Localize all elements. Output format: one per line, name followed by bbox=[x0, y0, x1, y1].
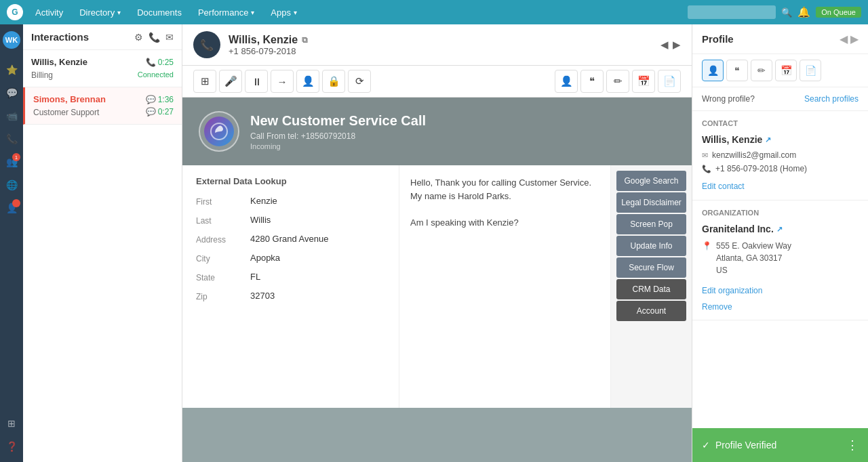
sidebar-phone[interactable]: 📞 bbox=[1, 129, 22, 149]
interaction-sub-simons: Customer Support bbox=[33, 108, 99, 117]
toolbar-quote-btn[interactable]: ❝ bbox=[580, 70, 604, 93]
sidebar-video[interactable]: 📹 bbox=[1, 106, 22, 126]
sidebar-grid[interactable]: ⊞ bbox=[1, 413, 22, 434]
toolbar-edit-btn[interactable]: ✏ bbox=[606, 70, 629, 93]
call-icon-circle bbox=[199, 111, 239, 152]
sidebar-chat[interactable]: 💬 bbox=[1, 83, 22, 103]
nav-directory[interactable]: Directory ▾ bbox=[73, 5, 127, 20]
sidebar-users-plus[interactable]: 👤 bbox=[1, 198, 22, 218]
account-button[interactable]: Account bbox=[616, 301, 686, 321]
nav-documents[interactable]: Documents bbox=[130, 5, 189, 20]
nav-forward-icon[interactable]: ▶ bbox=[673, 39, 681, 51]
org-city-state: Atlanta, GA 30317 bbox=[716, 252, 791, 264]
call-banner: New Customer Service Call Call From tel:… bbox=[182, 98, 692, 165]
crm-data-button[interactable]: CRM Data bbox=[616, 279, 686, 299]
sidebar-badge: 1 bbox=[12, 153, 20, 161]
search-icon[interactable]: 🔍 bbox=[781, 7, 792, 18]
center-content: 📞 Willis, Kenzie ⧉ +1 856-079-2018 ◀ ▶ ⊞… bbox=[182, 24, 692, 462]
toolbar-mute-btn[interactable]: 🎤 bbox=[219, 70, 242, 93]
ext-label-state: State bbox=[196, 272, 237, 282]
toolbar-calendar-btn[interactable]: 📅 bbox=[632, 70, 655, 93]
notification-icon[interactable]: 🔔 bbox=[797, 6, 810, 18]
ext-label-address: Address bbox=[196, 234, 237, 245]
profile-nav-back[interactable]: ◀ bbox=[840, 33, 848, 45]
toolbar-refresh-btn[interactable]: ⟳ bbox=[348, 70, 371, 93]
profile-tab-quote[interactable]: ❝ bbox=[726, 60, 748, 81]
ext-field-state: State FL bbox=[196, 272, 385, 282]
profile-verified-text: Profile Verified bbox=[715, 440, 776, 450]
chat-icon: 💬 bbox=[146, 95, 156, 104]
profile-tab-doc[interactable]: 📄 bbox=[800, 60, 821, 81]
interaction-timer-willis: 📞 0:25 bbox=[146, 58, 174, 67]
toolbar-profile-btn[interactable]: 👤 bbox=[555, 70, 578, 93]
interactions-panel: Interactions ⚙ 📞 ✉ Willis, Kenzie 📞 0:25… bbox=[23, 24, 182, 462]
toolbar-secure-btn[interactable]: 🔒 bbox=[322, 70, 345, 93]
toolbar-transfer-btn[interactable]: → bbox=[271, 70, 294, 93]
nav-back-icon[interactable]: ◀ bbox=[660, 39, 669, 51]
nav-items: Activity Directory ▾ Documents Performan… bbox=[28, 5, 304, 20]
remove-org-link[interactable]: Remove bbox=[702, 302, 859, 312]
ext-label-city: City bbox=[196, 253, 237, 264]
contact-external-link-icon[interactable]: ↗ bbox=[765, 135, 771, 144]
interaction-simons[interactable]: Simons, Brennan 💬 1:36 Customer Support … bbox=[23, 87, 182, 125]
edit-org-link[interactable]: Edit organization bbox=[702, 286, 859, 295]
queue-status-badge: On Queue bbox=[816, 7, 861, 18]
call-toolbar: ⊞ 🎤 ⏸ → 👤 🔒 ⟳ 👤 ❝ ✏ 📅 📄 bbox=[182, 66, 692, 98]
toolbar-hold-btn[interactable]: ⏸ bbox=[245, 70, 268, 93]
interactions-header: Interactions ⚙ 📞 ✉ bbox=[23, 24, 182, 50]
settings-icon[interactable]: ⚙ bbox=[134, 32, 143, 43]
sidebar-help[interactable]: ❓ bbox=[1, 436, 22, 457]
copy-icon[interactable]: ⧉ bbox=[302, 35, 308, 45]
ext-field-zip: Zip 32703 bbox=[196, 291, 385, 301]
wrong-profile-text: Wrong profile? bbox=[702, 94, 755, 104]
data-area: External Data Lookup First Kenzie Last W… bbox=[182, 165, 692, 408]
global-search-input[interactable] bbox=[688, 5, 776, 19]
org-external-link-icon[interactable]: ↗ bbox=[776, 225, 783, 234]
profile-nav-forward[interactable]: ▶ bbox=[850, 33, 859, 45]
profile-tab-contact[interactable]: 👤 bbox=[702, 60, 724, 81]
sidebar-star[interactable]: ⭐ bbox=[1, 60, 22, 80]
footer-menu-icon[interactable]: ⋮ bbox=[846, 438, 859, 453]
chat-message: Hello, Thank you for calling Customer Se… bbox=[410, 176, 599, 229]
toolbar-doc-btn[interactable]: 📄 bbox=[658, 70, 681, 93]
search-profiles-link[interactable]: Search profiles bbox=[804, 94, 859, 104]
ext-label-zip: Zip bbox=[196, 291, 237, 301]
phone-icon[interactable]: 📞 bbox=[149, 32, 160, 43]
top-nav-right: 🔍 🔔 On Queue bbox=[688, 5, 861, 19]
interactions-icons: ⚙ 📞 ✉ bbox=[134, 32, 174, 43]
profile-nav: ◀ ▶ bbox=[840, 33, 859, 45]
toolbar-right: 👤 ❝ ✏ 📅 📄 bbox=[555, 70, 681, 93]
external-data-lookup: External Data Lookup First Kenzie Last W… bbox=[182, 165, 399, 408]
profile-tab-edit[interactable]: ✏ bbox=[751, 60, 772, 81]
call-header-right-icons: ◀ ▶ bbox=[660, 39, 681, 51]
nav-performance[interactable]: Performance ▾ bbox=[191, 5, 261, 20]
call-brand-icon bbox=[210, 122, 229, 141]
contact-email: ✉ kenzwillis2@gmail.com bbox=[702, 150, 859, 160]
profile-tab-calendar[interactable]: 📅 bbox=[775, 60, 797, 81]
toolbar-grid-btn[interactable]: ⊞ bbox=[193, 70, 216, 93]
profile-title: Profile bbox=[702, 33, 734, 45]
secure-flow-button[interactable]: Secure Flow bbox=[616, 257, 686, 278]
contact-phone: 📞 +1 856-079-2018 (Home) bbox=[702, 164, 859, 173]
sidebar-users-badge bbox=[12, 199, 20, 207]
main-container: WK ⭐ 💬 📹 📞 👥 1 🌐 👤 ⊞ ❓ Interactions ⚙ 📞 … bbox=[0, 24, 868, 462]
email-icon[interactable]: ✉ bbox=[165, 32, 174, 43]
ext-label-first: First bbox=[196, 196, 237, 207]
nav-apps[interactable]: Apps ▾ bbox=[264, 5, 304, 20]
sidebar-globe[interactable]: 🌐 bbox=[1, 175, 22, 195]
profile-tabs: 👤 ❝ ✏ 📅 📄 bbox=[692, 54, 868, 87]
interaction-willis[interactable]: Willis, Kenzie 📞 0:25 Billing Connected bbox=[23, 50, 182, 87]
verified-checkmark-icon: ✓ bbox=[702, 440, 710, 450]
toolbar-add-participant-btn[interactable]: 👤 bbox=[296, 70, 319, 93]
legal-disclaimer-button[interactable]: Legal Disclaimer bbox=[616, 192, 686, 213]
screen-pop-button[interactable]: Screen Pop bbox=[616, 214, 686, 234]
interaction-name-willis: Willis, Kenzie bbox=[31, 57, 87, 67]
edit-contact-link[interactable]: Edit contact bbox=[702, 182, 745, 191]
ext-field-first: First Kenzie bbox=[196, 196, 385, 207]
org-section-title: Organization bbox=[702, 209, 859, 217]
google-search-button[interactable]: Google Search bbox=[616, 171, 686, 191]
gray-bottom-area bbox=[182, 408, 692, 462]
nav-activity[interactable]: Activity bbox=[28, 5, 70, 20]
update-info-button[interactable]: Update Info bbox=[616, 236, 686, 256]
sidebar-contacts[interactable]: 👥 1 bbox=[1, 152, 22, 172]
